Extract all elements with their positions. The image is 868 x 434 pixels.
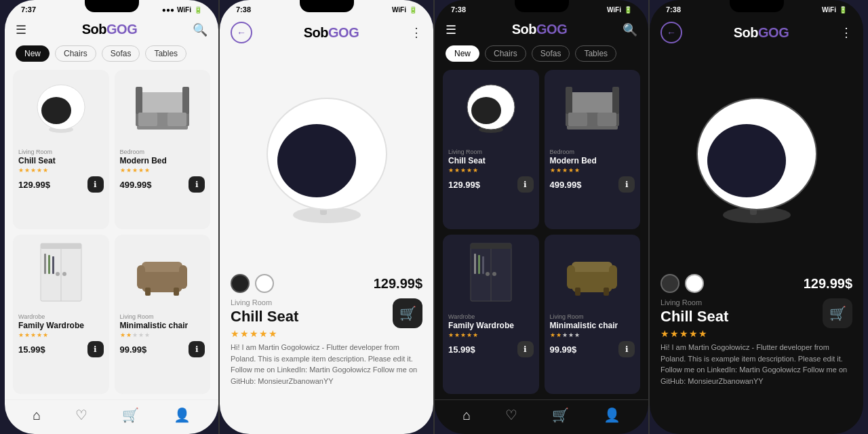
nav-heart-1[interactable]: ♡ xyxy=(75,407,87,423)
product-name-4: Minimalistic chair xyxy=(120,321,205,330)
svg-rect-55 xyxy=(604,288,609,296)
product-img-1 xyxy=(13,70,109,144)
search-icon-3[interactable]: 🔍 xyxy=(623,22,637,37)
info-btn-2[interactable]: ℹ xyxy=(189,176,205,193)
back-button-2[interactable]: ← xyxy=(231,22,252,43)
app-title-2: SobGOG xyxy=(304,25,359,41)
product-category-3: Wardrobe xyxy=(18,313,104,320)
svg-rect-48 xyxy=(478,255,480,274)
price-4: 99.99$ xyxy=(120,344,147,355)
price-3-4: 99.99$ xyxy=(550,344,577,355)
product-info-3-1: Living Room Chill Seat ★ ★ ★ ★ ★ 129.99$… xyxy=(443,144,539,198)
product-name-2: Modern Bed xyxy=(120,156,205,165)
detail-img-2 xyxy=(220,49,433,266)
nav-user-3[interactable]: 👤 xyxy=(604,407,620,423)
detail-name-2: Chill Seat xyxy=(231,308,298,326)
price-row-4: 99.99$ ℹ xyxy=(120,341,205,357)
tab-sofas-1[interactable]: Sofas xyxy=(102,45,140,62)
product-category-3-4: Living Room xyxy=(550,313,635,320)
svg-rect-11 xyxy=(167,113,186,126)
svg-rect-52 xyxy=(567,265,575,289)
nav-home-1[interactable]: ⌂ xyxy=(33,408,41,423)
product-info-3: Wardrobe Family Wardrobe ★ ★ ★ ★ ★ 15.99… xyxy=(13,309,109,363)
back-button-4[interactable]: ← xyxy=(660,22,682,43)
product-name-3-1: Chill Seat xyxy=(448,156,534,165)
info-btn-3-2[interactable]: ℹ xyxy=(618,176,635,193)
tab-new-3[interactable]: New xyxy=(446,45,479,62)
menu-icon-3[interactable]: ☰ xyxy=(446,22,456,37)
product-grid-3: Living Room Chill Seat ★ ★ ★ ★ ★ 129.99$… xyxy=(435,64,648,399)
svg-point-59 xyxy=(707,124,786,197)
tab-tables-3[interactable]: Tables xyxy=(575,45,616,62)
info-btn-3-4[interactable]: ℹ xyxy=(618,341,635,357)
color-white-2[interactable] xyxy=(255,274,274,293)
svg-rect-47 xyxy=(474,254,476,274)
svg-rect-24 xyxy=(145,288,151,296)
product-info-1: Living Room Chill Seat ★ ★ ★ ★ ★ 129.99$… xyxy=(13,144,109,198)
info-btn-4[interactable]: ℹ xyxy=(189,341,205,357)
price-2: 499.99$ xyxy=(120,180,152,190)
product-category-3-3: Wardrobe xyxy=(448,313,534,320)
stars-3-4: ★ ★ ★ ★ ★ xyxy=(550,332,635,338)
search-icon-1[interactable]: 🔍 xyxy=(193,22,208,37)
detail-screen-2: 129.99$ Living Room Chill Seat ★ ★ ★ ★ ★ xyxy=(220,49,433,434)
info-btn-3[interactable]: ℹ xyxy=(87,341,104,357)
more-icon-4[interactable]: ⋮ xyxy=(840,25,852,40)
app-title-4: SobGOG xyxy=(734,25,789,41)
time-2: 7:38 xyxy=(236,5,251,14)
info-btn-3-3[interactable]: ℹ xyxy=(517,341,534,357)
price-row-3-3: 15.99$ ℹ xyxy=(448,341,534,357)
nav-heart-3[interactable]: ♡ xyxy=(505,407,517,423)
product-card-4[interactable]: Living Room Minimalistic chair ★ ★ ★ ★ ★… xyxy=(115,235,211,394)
nav-cart-1[interactable]: 🛒 xyxy=(122,407,139,423)
detail-img-4 xyxy=(650,49,863,266)
nav-home-3[interactable]: ⌂ xyxy=(462,408,471,423)
svg-rect-39 xyxy=(612,87,619,114)
product-card-3-3[interactable]: Wardrobe Family Wardrobe ★ ★ ★ ★ ★ 15.99… xyxy=(443,235,539,394)
color-black-2[interactable] xyxy=(231,274,250,293)
detail-description-4: Hi! I am Martin Gogołowicz - Flutter dev… xyxy=(660,342,852,387)
product-img-3-2 xyxy=(545,70,641,144)
stars-3-2: ★ ★ ★ ★ ★ xyxy=(550,167,635,174)
add-cart-button-2[interactable]: 🛒 xyxy=(393,298,422,328)
color-black-4[interactable] xyxy=(660,274,679,293)
app-header-1: ☰ SobGOG 🔍 xyxy=(5,16,218,43)
product-category-3-1: Living Room xyxy=(448,149,534,155)
product-name-3-3: Family Wardrobe xyxy=(448,321,534,330)
product-card-3-2[interactable]: Bedroom Modern Bed ★ ★ ★ ★ ★ 499.99$ ℹ xyxy=(545,70,641,229)
more-icon-2[interactable]: ⋮ xyxy=(410,25,422,40)
product-img-3-4 xyxy=(545,235,641,309)
svg-rect-8 xyxy=(136,87,142,114)
time-4: 7:38 xyxy=(666,5,681,14)
menu-icon-1[interactable]: ☰ xyxy=(16,22,26,37)
svg-rect-38 xyxy=(566,87,572,114)
tab-new-1[interactable]: New xyxy=(16,45,50,62)
status-icons-1: ●●● WiFi 🔋 xyxy=(162,6,202,14)
product-name-3-2: Modern Bed xyxy=(550,156,635,165)
product-card-3-4[interactable]: Living Room Minimalistic chair ★ ★ ★ ★ ★… xyxy=(545,235,641,394)
product-card-3[interactable]: Wardrobe Family Wardrobe ★ ★ ★ ★ ★ 15.99… xyxy=(13,235,109,394)
color-white-4[interactable] xyxy=(685,274,704,293)
color-options-4 xyxy=(660,274,704,293)
phone-1: 7:37 ●●● WiFi 🔋 ☰ SobGOG 🔍 New Chairs So… xyxy=(5,0,218,434)
nav-user-1[interactable]: 👤 xyxy=(174,407,191,423)
svg-rect-10 xyxy=(138,113,157,126)
svg-rect-54 xyxy=(575,288,580,296)
tab-chairs-3[interactable]: Chairs xyxy=(485,45,526,62)
info-btn-3-1[interactable]: ℹ xyxy=(517,176,534,193)
tab-sofas-3[interactable]: Sofas xyxy=(532,45,570,62)
price-3: 15.99$ xyxy=(18,344,45,355)
svg-rect-41 xyxy=(597,113,616,126)
add-cart-button-4[interactable]: 🛒 xyxy=(823,298,852,328)
product-card-3-1[interactable]: Living Room Chill Seat ★ ★ ★ ★ ★ 129.99$… xyxy=(443,70,539,229)
price-3-3: 15.99$ xyxy=(448,344,475,355)
product-card-2[interactable]: Bedroom Modern Bed ★ ★ ★ ★ ★ 499.99$ ℹ xyxy=(115,70,211,229)
time-1: 7:37 xyxy=(21,5,36,14)
tab-chairs-1[interactable]: Chairs xyxy=(55,45,96,62)
info-btn-1[interactable]: ℹ xyxy=(87,176,104,193)
price-1: 129.99$ xyxy=(18,180,50,190)
tab-tables-1[interactable]: Tables xyxy=(145,45,186,62)
nav-cart-3[interactable]: 🛒 xyxy=(552,407,569,423)
product-card-1[interactable]: Living Room Chill Seat ★ ★ ★ ★ ★ 129.99$… xyxy=(13,70,109,229)
svg-rect-49 xyxy=(482,256,484,274)
